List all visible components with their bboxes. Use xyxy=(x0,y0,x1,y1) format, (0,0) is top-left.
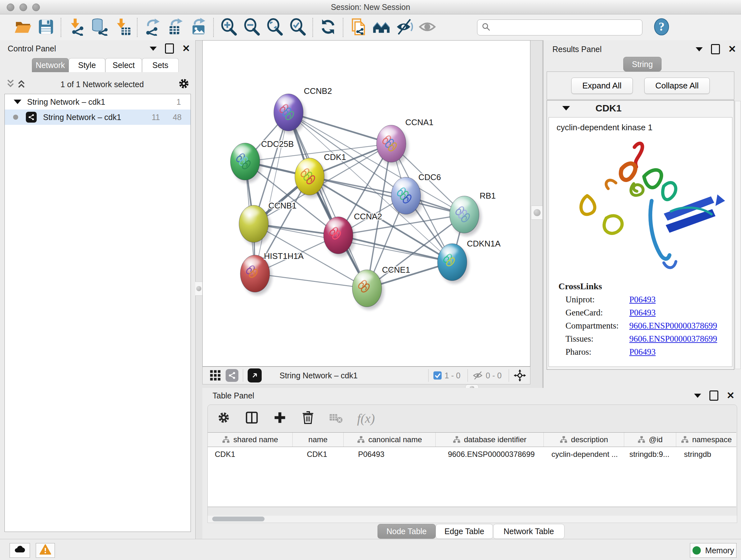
tab-network-table[interactable]: Network Table xyxy=(493,524,564,539)
column-header-canonical-name[interactable]: canonical name xyxy=(344,433,435,447)
hidden-eye-slash-icon[interactable] xyxy=(472,370,483,381)
export-image-button[interactable] xyxy=(187,17,210,38)
panel-menu-icon[interactable] xyxy=(694,394,701,398)
help-button[interactable]: ? xyxy=(650,17,673,38)
show-columns-icon[interactable] xyxy=(245,411,259,426)
network-current-dot xyxy=(13,115,18,120)
import-table-file-button[interactable] xyxy=(111,17,134,38)
gene-card-header[interactable]: CDK1 xyxy=(547,101,734,116)
panel-close-icon[interactable]: ✕ xyxy=(728,45,736,53)
column-header-shared-name[interactable]: shared name xyxy=(208,433,293,447)
detach-view-icon[interactable] xyxy=(248,368,262,382)
function-builder-button[interactable]: f(x) xyxy=(357,411,375,426)
zoom-out-button[interactable] xyxy=(240,17,263,38)
share-view-icon[interactable] xyxy=(226,369,239,382)
tab-edge-table[interactable]: Edge Table xyxy=(435,524,493,539)
column-header-database-identifier[interactable]: database identifier xyxy=(435,433,544,447)
zoom-selected-button[interactable] xyxy=(286,17,309,38)
column-header-id[interactable]: @id xyxy=(624,433,676,447)
import-network-database-button[interactable] xyxy=(88,17,111,38)
table-horizontal-scrollbar[interactable] xyxy=(207,516,737,523)
panel-float-icon[interactable] xyxy=(165,44,174,54)
zoom-in-button[interactable] xyxy=(217,17,240,38)
help-icon: ? xyxy=(653,18,670,37)
network-share-icon xyxy=(26,112,37,123)
cloud-button[interactable] xyxy=(10,543,30,558)
delete-column-icon[interactable] xyxy=(301,411,315,426)
toolbar-separator xyxy=(137,18,138,37)
uniprot-link[interactable]: P06493 xyxy=(629,295,656,305)
database-import-icon xyxy=(90,18,108,37)
toolbar-separator xyxy=(313,18,313,37)
title-bar: Session: New Session xyxy=(0,0,741,14)
network-collection-row[interactable]: String Network – cdk1 1 xyxy=(5,94,191,110)
node-label-HIST1H1A: HIST1H1A xyxy=(264,251,304,261)
panel-menu-icon[interactable] xyxy=(150,47,157,51)
table-options-gear-icon[interactable] xyxy=(217,411,231,426)
network-options-gear-icon[interactable] xyxy=(178,77,190,91)
collection-disclosure-icon[interactable] xyxy=(14,100,21,104)
node-table-container: f(x) shared name name canonical name dat… xyxy=(207,405,737,516)
status-bar: Memory xyxy=(0,539,741,560)
tab-string[interactable]: String xyxy=(623,57,662,71)
save-floppy-icon xyxy=(37,18,55,37)
genecard-link[interactable]: P06493 xyxy=(629,308,656,318)
collapse-all-button[interactable]: Collapse All xyxy=(644,78,710,94)
clone-network-button[interactable] xyxy=(347,17,370,38)
hidden-node-edge-count: 0 - 0 xyxy=(486,371,502,380)
panel-close-icon[interactable]: ✕ xyxy=(182,44,190,53)
search-input[interactable] xyxy=(491,23,638,32)
column-header-description[interactable]: description xyxy=(544,433,624,447)
window-title: Session: New Session xyxy=(0,3,741,12)
import-network-file-button[interactable] xyxy=(65,17,88,38)
tab-sets[interactable]: Sets xyxy=(142,58,179,72)
node-label-CDK1: CDK1 xyxy=(324,152,346,162)
panel-menu-icon[interactable] xyxy=(696,47,703,51)
table-row[interactable]: CDK1 CDK1 P06493 9606.ENSP00000378699 cy… xyxy=(208,447,736,462)
hide-selected-button[interactable] xyxy=(393,17,416,38)
collapse-all-networks-icon[interactable] xyxy=(5,78,16,90)
network-row[interactable]: String Network – cdk1 11 48 xyxy=(5,110,191,125)
tab-style[interactable]: Style xyxy=(69,58,105,72)
export-table-button[interactable] xyxy=(164,17,187,38)
expand-all-networks-icon[interactable] xyxy=(16,78,27,90)
add-column-icon[interactable] xyxy=(273,411,287,426)
tab-select[interactable]: Select xyxy=(105,58,142,72)
network-canvas[interactable]: CCNB2CCNA1CDC25BCDK1CDC6RB1CCNB1CCNA2CDK… xyxy=(202,40,530,367)
memory-button[interactable]: Memory xyxy=(690,543,737,558)
open-folder-icon xyxy=(14,18,32,37)
pharos-link[interactable]: P06493 xyxy=(629,347,656,357)
save-session-button[interactable] xyxy=(35,17,57,38)
column-header-name[interactable]: name xyxy=(293,433,344,447)
protein-structure-image xyxy=(568,138,732,275)
zoom-fit-button[interactable] xyxy=(263,17,286,38)
gene-disclosure-icon[interactable] xyxy=(562,106,570,111)
apply-layout-button[interactable] xyxy=(317,17,340,38)
scrollbar-thumb[interactable] xyxy=(212,516,265,521)
export-network-button[interactable] xyxy=(141,17,164,38)
panel-close-icon[interactable]: ✕ xyxy=(727,391,735,400)
selected-checkbox-icon[interactable] xyxy=(433,371,442,380)
warnings-button[interactable] xyxy=(36,543,55,558)
selected-node-edge-count: 1 - 0 xyxy=(445,371,461,380)
left-splitter-handle[interactable] xyxy=(195,282,202,296)
expand-all-button[interactable]: Expand All xyxy=(571,78,633,94)
network-label: String Network – cdk1 xyxy=(43,113,151,122)
panel-float-icon[interactable] xyxy=(711,44,720,54)
column-header-namespace[interactable]: namespace xyxy=(676,433,736,447)
warning-icon xyxy=(39,544,51,557)
open-session-button[interactable] xyxy=(11,17,35,38)
panel-float-icon[interactable] xyxy=(710,390,718,401)
toolbar-search-field[interactable] xyxy=(477,19,643,36)
results-panel: Results Panel ✕ String Expand All Collap… xyxy=(542,40,741,388)
home-view-button[interactable] xyxy=(370,17,393,38)
results-scrollbar[interactable] xyxy=(735,101,741,369)
show-hidden-button[interactable] xyxy=(416,17,439,38)
grid-view-icon[interactable] xyxy=(210,370,221,381)
birdseye-crosshair-icon[interactable] xyxy=(514,369,526,382)
compartments-link[interactable]: 9606.ENSP00000378699 xyxy=(629,321,717,331)
tissues-link[interactable]: 9606.ENSP00000378699 xyxy=(629,334,717,344)
tab-node-table[interactable]: Node Table xyxy=(378,524,435,539)
tab-network[interactable]: Network xyxy=(32,58,69,72)
right-splitter-handle[interactable] xyxy=(531,206,543,220)
